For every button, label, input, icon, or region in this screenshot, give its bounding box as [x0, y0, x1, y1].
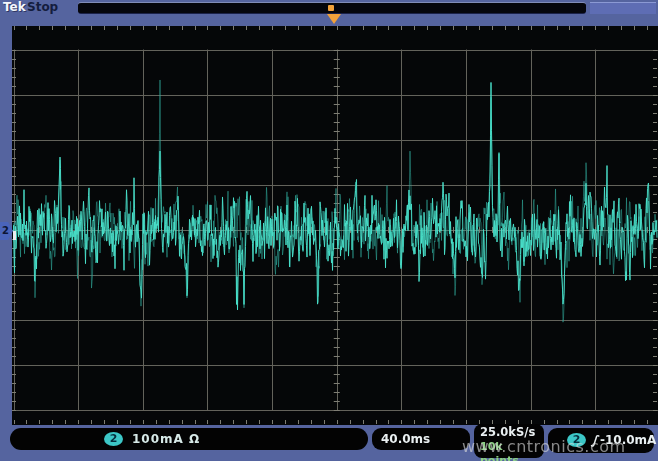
top-right-panel: [590, 2, 656, 14]
oscilloscope-screen: Tek Stop 2 2 100mA Ω 40.0ms 25.0kS/s 10k…: [0, 0, 658, 461]
trigger-position-marker-icon: [327, 14, 341, 24]
timebase-readout: 40.0ms: [372, 428, 470, 450]
watermark: www.cntronics.com: [462, 437, 626, 456]
tek-logo: Tek: [3, 0, 26, 14]
channel2-scale-label: 100mA Ω: [132, 432, 200, 446]
horizontal-position-bar: [78, 2, 586, 14]
channel2-badge: 2: [104, 432, 123, 446]
timebase-value: 40.0ms: [381, 432, 430, 446]
trigger-position-dot-icon: [328, 5, 334, 11]
trigger-level-tick: [13, 231, 16, 240]
waveform-display: [12, 26, 658, 425]
channel2-readout: 2 100mA Ω: [10, 428, 368, 450]
acquisition-status: Stop: [27, 0, 58, 14]
